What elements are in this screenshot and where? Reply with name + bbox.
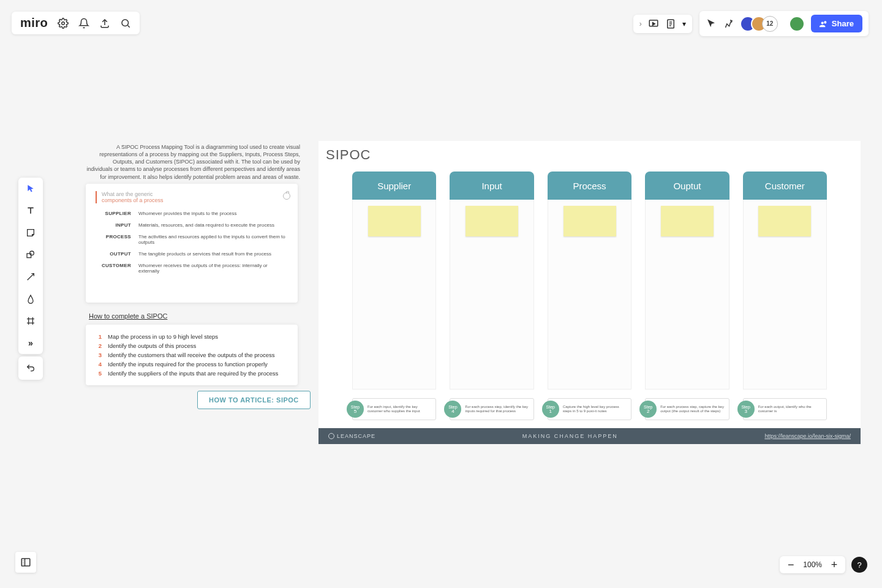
svg-rect-6 xyxy=(21,559,30,566)
share-button[interactable]: Share xyxy=(811,15,862,32)
column-lane[interactable] xyxy=(548,200,631,390)
howto-step: 4Identify the inputs required for the pr… xyxy=(96,361,288,368)
step-tip[interactable]: Step4For each process step, identify the… xyxy=(450,398,533,420)
sticky-note[interactable] xyxy=(564,206,616,236)
shape-tool-icon[interactable] xyxy=(24,249,37,261)
chevron-right-icon[interactable]: › xyxy=(639,20,642,28)
step-tip[interactable]: Step2For each process step, capture the … xyxy=(645,398,729,420)
step-tip[interactable]: Step1Capture the high level key process … xyxy=(548,398,631,420)
heading-line-2: components of a process xyxy=(102,197,164,203)
definition-row: INPUTMaterials, resources, and data requ… xyxy=(96,222,288,228)
column-lane[interactable] xyxy=(645,200,729,390)
svg-point-5 xyxy=(30,251,34,255)
column-header: Process xyxy=(548,172,631,200)
step-text: Identify the inputs required for the pro… xyxy=(108,361,268,368)
step-number: 3 xyxy=(96,352,102,358)
definitions-card[interactable]: What are the generic components of a pro… xyxy=(86,184,298,303)
bell-icon[interactable] xyxy=(78,18,89,29)
definition-value: The activities and resources applied to … xyxy=(138,234,288,245)
avatar-self[interactable] xyxy=(789,16,805,32)
step-badge: Step2 xyxy=(639,401,657,418)
sticky-note[interactable] xyxy=(368,206,421,236)
column-header: Customer xyxy=(743,172,827,200)
sticky-note[interactable] xyxy=(466,206,518,236)
sticky-note[interactable] xyxy=(758,206,811,236)
zoom-out-button[interactable]: − xyxy=(786,560,796,570)
step-tip-text: For each output, identify who the custom… xyxy=(758,405,823,413)
column-lane[interactable] xyxy=(450,200,533,390)
heading-line-1: What are the generic xyxy=(102,191,153,197)
presence-avatars[interactable]: 12 xyxy=(740,16,778,32)
sipoc-column: Customer xyxy=(743,172,827,390)
footer-brand: LEANSCAPE xyxy=(328,433,375,439)
sipoc-column: Ouptut xyxy=(645,172,729,390)
frame-tool-icon[interactable] xyxy=(24,315,37,327)
settings-icon[interactable] xyxy=(58,18,69,29)
definition-value: The tangible products or services that r… xyxy=(138,251,288,257)
step-tip[interactable]: Step3For each output, identify who the c… xyxy=(743,398,827,420)
step-tip-text: For each process step, capture the key o… xyxy=(660,405,725,413)
howto-step: 2Identify the outputs of this process xyxy=(96,342,288,349)
step-number: 5 xyxy=(96,370,102,377)
view-group: › ▾ xyxy=(633,15,692,33)
howto-heading: How to complete a SIPOC xyxy=(89,312,167,320)
pen-tool-icon[interactable] xyxy=(24,293,37,305)
share-label: Share xyxy=(832,19,854,28)
definition-row: OUTPUTThe tangible products or services … xyxy=(96,251,288,257)
definition-value: Materials, resources, and data required … xyxy=(138,222,288,228)
sticky-note-tool-icon[interactable] xyxy=(24,227,37,239)
step-badge: Step5 xyxy=(347,401,364,418)
step-number: 1 xyxy=(96,333,102,340)
definition-row: PROCESSThe activities and resources appl… xyxy=(96,234,288,245)
howto-article-button[interactable]: HOW TO ARTICLE: SIPOC xyxy=(197,391,311,409)
sipoc-board[interactable]: SIPOC SupplierInputProcessOuptutCustomer… xyxy=(318,141,861,444)
panel-toggle-icon[interactable] xyxy=(15,552,36,573)
column-header: Supplier xyxy=(352,172,436,200)
definition-row: SUPPLIERWhomever provides the inputs to … xyxy=(96,211,288,216)
avatar-overflow-count[interactable]: 12 xyxy=(762,16,778,32)
howto-step: 5Identify the suppliers of the inputs th… xyxy=(96,370,288,377)
notes-icon[interactable] xyxy=(665,18,676,29)
zoom-controls: − 100% + ? xyxy=(780,556,867,573)
chevron-down-icon[interactable]: ▾ xyxy=(682,20,686,28)
howto-steps-card[interactable]: 1Map the process in up to 9 high level s… xyxy=(86,325,298,385)
definition-label: INPUT xyxy=(96,222,131,228)
sticky-note[interactable] xyxy=(661,206,714,236)
top-left-toolbar: miro xyxy=(12,12,140,34)
step-badge: Step1 xyxy=(542,401,559,418)
intro-text: A SIPOC Process Mapping Tool is a diagra… xyxy=(86,143,300,181)
sipoc-column: Process xyxy=(548,172,631,390)
undo-button[interactable] xyxy=(18,356,43,380)
step-badge: Step3 xyxy=(737,401,755,418)
miro-logo[interactable]: miro xyxy=(20,16,48,30)
arrow-tool-icon[interactable] xyxy=(24,271,37,283)
text-tool-icon[interactable] xyxy=(24,205,37,217)
help-button[interactable]: ? xyxy=(851,557,867,573)
reactions-icon[interactable] xyxy=(723,18,734,29)
definition-value: Whomever provides the inputs to the proc… xyxy=(138,211,288,216)
board-footer: LEANSCAPE MAKING CHANGE HAPPEN https://l… xyxy=(318,428,861,444)
step-tip[interactable]: Step5For each input, identify the key cu… xyxy=(352,398,436,420)
step-number: 4 xyxy=(96,361,102,368)
export-icon[interactable] xyxy=(99,18,110,29)
definition-label: SUPPLIER xyxy=(96,211,131,216)
svg-point-1 xyxy=(122,20,129,26)
definition-label: CUSTOMER xyxy=(96,263,131,268)
column-lane[interactable] xyxy=(743,200,827,390)
search-icon[interactable] xyxy=(120,18,131,29)
more-tools-icon[interactable]: » xyxy=(24,337,37,349)
column-lane[interactable] xyxy=(352,200,436,390)
zoom-value[interactable]: 100% xyxy=(803,560,822,569)
step-tip-text: For each input, identify the key custome… xyxy=(368,405,432,413)
footer-link[interactable]: https://leanscape.io/lean-six-sigma/ xyxy=(764,433,851,439)
present-icon[interactable] xyxy=(648,18,659,29)
zoom-in-button[interactable]: + xyxy=(829,560,839,570)
board-title: SIPOC xyxy=(326,147,371,163)
step-badge: Step4 xyxy=(444,401,461,418)
howto-step: 3Identify the customers that will receiv… xyxy=(96,352,288,358)
step-tip-text: Capture the high level key process steps… xyxy=(563,405,627,413)
select-tool-icon[interactable] xyxy=(24,183,37,195)
zoom-box: − 100% + xyxy=(780,556,845,573)
definition-label: OUTPUT xyxy=(96,251,131,257)
cursor-icon[interactable] xyxy=(706,18,717,29)
